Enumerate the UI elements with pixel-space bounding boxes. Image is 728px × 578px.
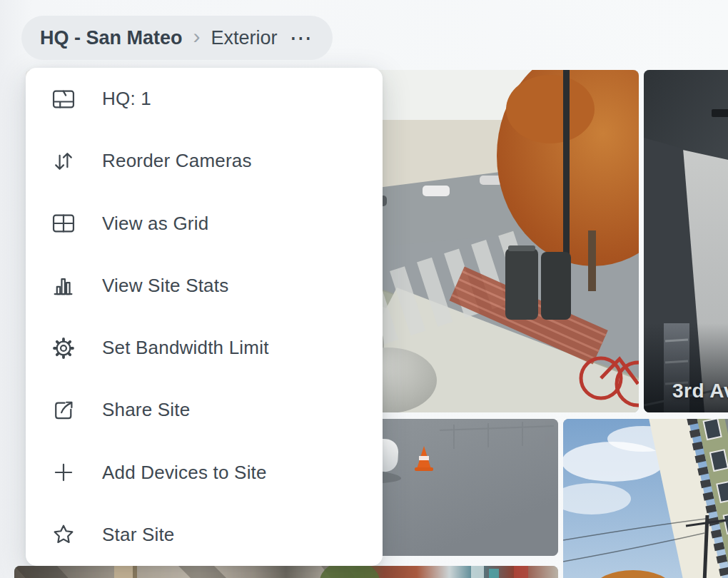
menu-item-label: Reorder Cameras bbox=[102, 150, 252, 172]
menu-item-label: Share Site bbox=[102, 399, 190, 421]
menu-item-hq-floors[interactable]: HQ: 1 bbox=[26, 68, 383, 130]
floorplan-icon bbox=[50, 86, 77, 113]
menu-item-reorder-cameras[interactable]: Reorder Cameras bbox=[26, 130, 383, 192]
menu-item-label: HQ: 1 bbox=[102, 88, 151, 110]
camera-thumbnail-3rd-ave[interactable]: 3rd Ave bbox=[644, 70, 728, 412]
plus-icon bbox=[50, 459, 77, 486]
menu-item-star-site[interactable]: Star Site bbox=[26, 504, 383, 566]
menu-item-label: Add Devices to Site bbox=[102, 462, 267, 484]
apartment-photo bbox=[563, 419, 728, 578]
reorder-icon bbox=[50, 148, 77, 175]
breadcrumb-section-link[interactable]: Exterior bbox=[211, 27, 278, 49]
menu-item-label: Set Bandwidth Limit bbox=[102, 337, 269, 359]
menu-item-share-site[interactable]: Share Site bbox=[26, 379, 383, 441]
menu-item-label: View as Grid bbox=[102, 213, 208, 235]
chevron-right-icon: › bbox=[193, 24, 201, 49]
site-options-menu: HQ: 1 Reorder Cameras View as Grid bbox=[26, 68, 383, 566]
entrance-photo bbox=[644, 70, 728, 412]
camera-site-page: ANDINAVIAN DESIGNS bbox=[0, 0, 728, 578]
more-options-button[interactable]: ⋯ bbox=[288, 26, 314, 49]
sidewalk-photo bbox=[14, 566, 558, 578]
gear-icon bbox=[50, 335, 77, 362]
menu-item-view-as-grid[interactable]: View as Grid bbox=[26, 193, 383, 255]
camera-thumbnail-apartment[interactable] bbox=[563, 419, 728, 578]
bar-chart-icon bbox=[50, 272, 77, 299]
menu-item-label: Star Site bbox=[102, 524, 175, 546]
menu-item-label: View Site Stats bbox=[102, 275, 228, 297]
menu-item-view-site-stats[interactable]: View Site Stats bbox=[26, 255, 383, 317]
camera-thumbnail-sidewalk[interactable] bbox=[14, 566, 558, 578]
menu-item-add-devices[interactable]: Add Devices to Site bbox=[26, 442, 383, 504]
grid-icon bbox=[50, 210, 77, 237]
star-icon bbox=[50, 521, 77, 548]
menu-item-set-bandwidth-limit[interactable]: Set Bandwidth Limit bbox=[26, 317, 383, 379]
breadcrumb-site-link[interactable]: HQ - San Mateo bbox=[40, 27, 183, 49]
camera-name-label: 3rd Ave bbox=[672, 380, 728, 402]
breadcrumb: HQ - San Mateo › Exterior ⋯ bbox=[21, 16, 333, 60]
share-icon bbox=[50, 397, 77, 424]
